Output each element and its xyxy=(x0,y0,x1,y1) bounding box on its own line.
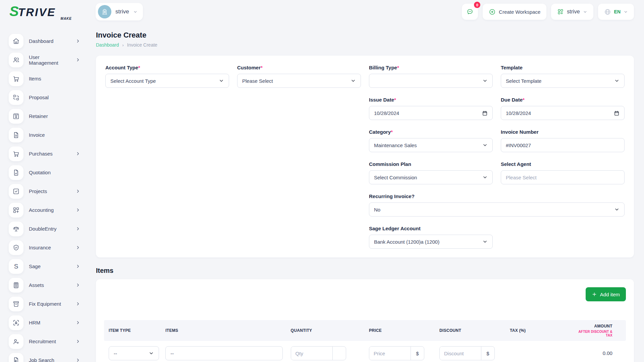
add-item-button[interactable]: Add item xyxy=(586,287,626,301)
app-logo[interactable]: STRIVE MAKE xyxy=(9,3,91,20)
sidebar-item-proposal[interactable]: Proposal xyxy=(9,90,80,105)
chevron-down-icon xyxy=(624,10,628,14)
language-selector[interactable]: EN xyxy=(598,4,634,20)
sidebar-item-fix-equipment[interactable]: Fix Equipment xyxy=(9,296,80,311)
breadcrumb-dashboard-link[interactable]: Dashboard xyxy=(96,42,119,48)
sage-ledger-value: Bank Account (1200)a (1200) xyxy=(374,239,439,245)
template-select[interactable]: Select Template xyxy=(501,74,625,88)
sidebar-item-invoice[interactable]: Invoice xyxy=(9,127,80,142)
sage-letter-icon: S xyxy=(9,259,23,274)
price-currency-addon: $ xyxy=(411,347,424,360)
user-scan-icon xyxy=(9,315,23,330)
sidebar-item-label: Accounting xyxy=(29,207,54,213)
due-date-field: Due Date* 10/28/2024 xyxy=(501,97,625,120)
invoice-number-input[interactable] xyxy=(501,138,625,152)
sidebar-item-user-management[interactable]: User Management xyxy=(9,52,80,67)
required-marker: * xyxy=(394,97,396,103)
quantity-input-group xyxy=(291,346,346,360)
customer-value: Please Select xyxy=(242,78,273,84)
category-label: Category xyxy=(369,129,391,135)
sage-ledger-label: Sage Ledger Account xyxy=(369,226,421,231)
price-input[interactable] xyxy=(369,347,411,360)
chevron-down-icon xyxy=(482,175,488,180)
category-value: Maintenance Sales xyxy=(374,142,417,148)
calendar-icon xyxy=(614,110,620,116)
sidebar-item-job-search[interactable]: Job Search xyxy=(9,353,80,362)
recurring-invoice-field: Recurring Invoice? No xyxy=(369,193,625,217)
chevron-down-icon xyxy=(133,10,138,14)
sidebar-item-label: Job Search xyxy=(29,357,54,362)
chevron-right-icon xyxy=(75,339,80,344)
sidebar-item-accounting[interactable]: Accounting xyxy=(9,202,80,218)
required-marker: * xyxy=(261,65,263,70)
tax-cell xyxy=(506,346,569,360)
items-table-header: ITEM TYPE ITEMS QUANTITY PRICE DISCOUNT … xyxy=(104,320,626,341)
item-type-select[interactable]: -- xyxy=(109,346,159,360)
globe-icon xyxy=(604,8,611,15)
billing-type-select[interactable] xyxy=(369,74,493,88)
chevron-right-icon xyxy=(75,189,80,194)
items-section-heading: Items xyxy=(96,267,634,275)
page-title: Invoice Create xyxy=(96,31,634,40)
messages-button[interactable]: 0 xyxy=(462,4,478,20)
account-type-select[interactable]: Select Account Type xyxy=(105,74,229,88)
add-item-label: Add item xyxy=(600,292,620,297)
file-text-icon xyxy=(9,128,23,142)
sidebar-item-hrm[interactable]: HRM xyxy=(9,315,80,330)
select-agent-label: Select Agent xyxy=(501,161,531,167)
chevron-down-icon xyxy=(482,142,488,148)
sidebar-item-recruitment[interactable]: Recruitment xyxy=(9,334,80,349)
sidebar-item-insurance[interactable]: Insurance xyxy=(9,240,80,255)
sidebar-item-retainer[interactable]: Retainer xyxy=(9,109,80,124)
create-workspace-label: Create Workspace xyxy=(499,9,540,15)
chevron-down-icon xyxy=(482,78,488,83)
category-field: Category* Maintenance Sales xyxy=(369,129,493,152)
sidebar-item-sage[interactable]: S Sage xyxy=(9,259,80,274)
commission-plan-select[interactable]: Select Commission xyxy=(369,170,493,184)
cart-icon xyxy=(9,71,23,86)
billing-type-label: Billing Type xyxy=(369,65,397,70)
col-items: ITEMS xyxy=(161,328,286,333)
item-name-input[interactable] xyxy=(165,346,282,360)
commission-plan-value: Select Commission xyxy=(374,175,417,180)
sidebar-item-quotation[interactable]: Quotation xyxy=(9,165,80,180)
workspace-menu-button[interactable]: strive xyxy=(551,4,593,20)
discount-input[interactable] xyxy=(440,347,481,360)
create-workspace-button[interactable]: Create Workspace xyxy=(483,4,546,20)
sidebar-item-label: Purchases xyxy=(29,151,53,157)
plus-circle-icon xyxy=(489,8,496,15)
account-type-value: Select Account Type xyxy=(110,78,156,84)
select-agent-input[interactable] xyxy=(501,170,625,184)
chevron-down-icon xyxy=(351,78,356,83)
sidebar-item-doubleentry[interactable]: DoubleEntry xyxy=(9,221,80,236)
recurring-invoice-select[interactable]: No xyxy=(369,202,625,217)
sidebar-item-projects[interactable]: Projects xyxy=(9,184,80,199)
due-date-input[interactable]: 10/28/2024 xyxy=(501,106,625,120)
sidebar-item-label: Invoice xyxy=(29,132,45,138)
sidebar-item-assets[interactable]: Assets xyxy=(9,278,80,293)
chevron-right-icon xyxy=(75,207,80,213)
select-agent-field: Select Agent xyxy=(501,161,625,184)
sidebar-item-purchases[interactable]: Purchases xyxy=(9,146,80,161)
quantity-input[interactable] xyxy=(291,347,332,360)
invoice-number-field: Invoice Number xyxy=(501,129,625,152)
building-icon xyxy=(101,8,108,15)
scale-icon xyxy=(9,222,23,236)
sidebar-item-items[interactable]: Items xyxy=(9,71,80,86)
sage-ledger-select[interactable]: Bank Account (1200)a (1200) xyxy=(369,235,493,249)
customer-select[interactable]: Please Select xyxy=(237,74,361,88)
category-select[interactable]: Maintenance Sales xyxy=(369,138,493,152)
issue-date-input[interactable]: 10/28/2024 xyxy=(369,106,493,120)
workspace-menu-label: strive xyxy=(567,9,580,15)
chevron-right-icon xyxy=(75,57,80,62)
workspace-switcher[interactable]: strive xyxy=(96,3,143,20)
logo-text: STRIVE xyxy=(9,3,91,19)
quantity-addon xyxy=(332,347,346,360)
sidebar-item-label: Retainer xyxy=(29,113,48,119)
chevron-right-icon xyxy=(75,358,80,362)
chevron-down-icon xyxy=(219,78,224,83)
cart-icon xyxy=(9,146,23,161)
account-type-field: Account Type* Select Account Type xyxy=(105,64,229,88)
logo-word: TRIVE xyxy=(18,6,56,19)
sidebar-item-dashboard[interactable]: Dashboard xyxy=(9,34,80,49)
